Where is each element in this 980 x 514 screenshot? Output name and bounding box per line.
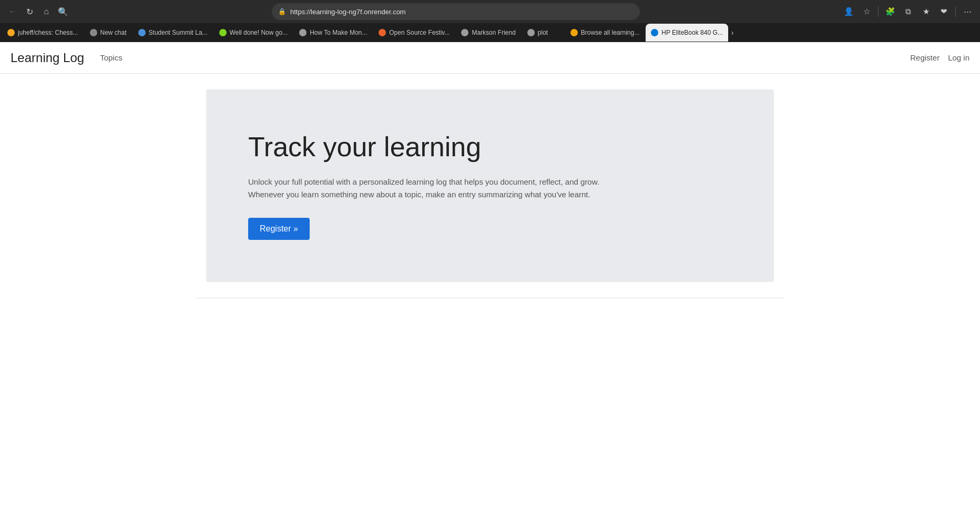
site-nav-right: Register Log in [910,53,969,62]
search-button[interactable]: 🔍 [56,4,70,19]
tab-label: HP EliteBook 840 G... [661,29,723,36]
more-button[interactable]: ⋯ [960,4,975,19]
tab-favicon [219,29,227,36]
tab-favicon [570,29,578,36]
site-brand-link[interactable]: Learning Log [11,51,84,65]
star-button[interactable]: ☆ [859,4,874,19]
back-button[interactable]: ← [5,4,20,19]
tab-favicon [527,29,535,36]
tab-favicon [461,29,468,36]
tab-tab8[interactable]: plot [522,24,564,42]
hero-box: Track your learning Unlock your full pot… [206,89,774,282]
favorites-button[interactable]: ★ [918,4,933,19]
browser-chrome: ← ↻ ⌂ 🔍 🔒 https://learning-log-ng7f.onre… [0,0,980,42]
tab-tab6[interactable]: Open Source Festiv... [373,24,455,42]
collections-button[interactable]: ❤ [936,4,951,19]
tab-tab2[interactable]: New chat [85,24,132,42]
split-button[interactable]: ⧉ [901,4,915,19]
tabs-bar: juheff/chess: Chess...New chatStudent Su… [0,23,980,42]
hero-title: Track your learning [248,132,732,163]
person-button[interactable]: 👤 [841,4,856,19]
tab-tab9[interactable]: Browse all learning... [565,24,645,42]
tab-label: New chat [100,29,127,36]
hero-subtitle: Unlock your full potential with a person… [248,176,616,201]
url-text: https://learning-log-ng7f.onrender.com [290,8,634,16]
home-button[interactable]: ⌂ [39,4,54,19]
browser-toolbar: ← ↻ ⌂ 🔍 🔒 https://learning-log-ng7f.onre… [0,0,980,23]
tab-favicon [379,29,386,36]
login-nav-link[interactable]: Log in [948,53,969,62]
extensions-button[interactable]: 🧩 [883,4,897,19]
tab-tab5[interactable]: How To Make Mon... [294,24,372,42]
tab-tab4[interactable]: Well done! Now go... [214,24,293,42]
site-navbar: Learning Log Topics Register Log in [0,42,980,74]
hero-wrapper: Track your learning Unlock your full pot… [196,89,784,282]
tab-label: Browse all learning... [581,29,639,36]
separator [878,6,879,17]
nav-buttons: ← ↻ ⌂ 🔍 [5,4,70,19]
tab-favicon [7,29,15,36]
tab-favicon [299,29,307,36]
register-nav-link[interactable]: Register [910,53,940,62]
tab-tab3[interactable]: Student Summit La... [133,24,213,42]
register-button[interactable]: Register » [248,218,310,240]
tab-favicon [90,29,97,36]
tab-tab7[interactable]: Markson Friend [456,24,520,42]
tab-label: plot [538,29,559,36]
footer-divider [196,298,784,298]
tab-tab1[interactable]: juheff/chess: Chess... [2,24,84,42]
tab-label: Student Summit La... [149,29,208,36]
separator2 [955,6,956,17]
tab-favicon [651,29,658,36]
tab-label: Well done! Now go... [230,29,288,36]
tab-label: Markson Friend [472,29,515,36]
browser-actions: 👤 ☆ 🧩 ⧉ ★ ❤ ⋯ [841,4,975,19]
tab-favicon [138,29,146,36]
topics-nav-link[interactable]: Topics [95,53,128,62]
tabs-more-button[interactable]: › [729,26,736,39]
forward-button[interactable]: ↻ [22,4,37,19]
tab-label: How To Make Mon... [310,29,367,36]
tab-label: juheff/chess: Chess... [18,29,78,36]
tab-tab10[interactable]: HP EliteBook 840 G... [646,24,728,42]
lock-icon: 🔒 [278,8,286,15]
address-bar[interactable]: 🔒 https://learning-log-ng7f.onrender.com [272,3,640,20]
tab-label: Open Source Festiv... [389,29,450,36]
